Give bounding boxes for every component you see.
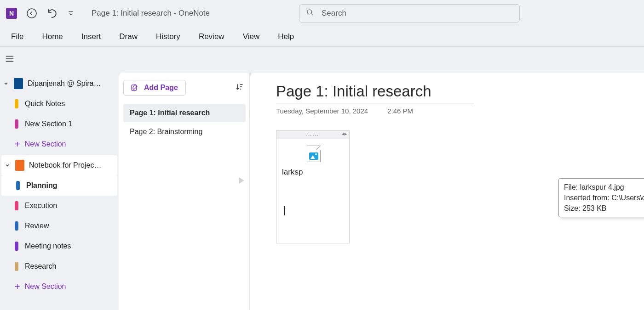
onenote-app-icon: N xyxy=(6,8,17,19)
section-color-tab xyxy=(15,99,18,108)
title-underline xyxy=(276,103,474,103)
add-page-icon xyxy=(130,84,138,92)
menu-view[interactable]: View xyxy=(243,32,260,41)
search-icon xyxy=(306,8,314,18)
title-page-name: Page 1: Initial research xyxy=(92,9,172,17)
attachment-filename: larksp xyxy=(282,168,342,177)
chevron-down-icon xyxy=(3,81,9,86)
section-color-tab xyxy=(15,119,18,129)
file-tooltip: File: larkspur 4.jpg Inserted from: C:\U… xyxy=(558,178,644,217)
content-area[interactable]: Page 1: Initial research Tuesday, Septem… xyxy=(250,73,644,310)
image-glyph-icon xyxy=(309,152,318,160)
title-bar: N Page 1: Initial research - OneNote xyxy=(0,0,644,27)
section-item[interactable]: Review xyxy=(0,216,119,236)
section-item[interactable]: Quick Notes xyxy=(0,94,119,114)
section-item[interactable]: Research xyxy=(0,256,119,276)
file-corner-fold xyxy=(316,146,321,150)
add-page-label: Add Page xyxy=(144,84,178,92)
notebook-item[interactable]: Notebook for Project A xyxy=(1,155,117,175)
plus-icon: + xyxy=(15,139,20,150)
section-name: Execution xyxy=(25,202,57,210)
file-attachment-icon[interactable] xyxy=(307,146,321,162)
notebook-icon xyxy=(14,78,23,89)
new-section-label: New Section xyxy=(25,282,66,291)
svg-point-0 xyxy=(27,9,36,18)
section-name: New Section 1 xyxy=(25,120,72,128)
notebook-name: Dipanjenah @ Spiral… xyxy=(28,79,101,88)
note-drag-handle[interactable]: ⋯⋯ ◂▸ xyxy=(276,131,349,139)
menu-history[interactable]: History xyxy=(156,32,180,41)
section-name: Research xyxy=(25,262,56,271)
section-color-tab xyxy=(15,201,18,210)
page-item[interactable]: Page 2: Brainstorming xyxy=(123,123,246,141)
main-layout: Dipanjenah @ Spiral… Quick Notes New Sec… xyxy=(0,73,644,310)
menu-insert[interactable]: Insert xyxy=(81,32,101,41)
text-cursor xyxy=(284,206,344,215)
hamburger-button[interactable] xyxy=(5,54,15,66)
new-section-button[interactable]: + New Section xyxy=(0,276,119,297)
add-page-row: Add Page xyxy=(123,80,246,96)
notebook-nav: Dipanjenah @ Spiral… Quick Notes New Sec… xyxy=(0,73,119,310)
back-button[interactable] xyxy=(26,8,37,19)
section-item[interactable]: Meeting notes xyxy=(0,236,119,256)
page-title[interactable]: Page 1: Initial research xyxy=(276,83,644,103)
title-separator: - xyxy=(172,9,178,17)
section-name: Planning xyxy=(26,181,58,190)
collapse-handle-icon[interactable] xyxy=(236,175,247,187)
tooltip-line-size: Size: 253 KB xyxy=(564,203,644,214)
plus-icon: + xyxy=(15,282,20,292)
section-color-tab xyxy=(15,221,18,231)
section-name: Quick Notes xyxy=(25,100,65,108)
page-date: Tuesday, September 10, 2024 xyxy=(276,107,368,115)
grip-dots-icon: ⋯⋯ xyxy=(306,132,320,138)
toolbar-row xyxy=(0,47,644,73)
notebook-name: Notebook for Project A xyxy=(29,161,103,169)
tooltip-line-path: Inserted from: C:\Users\dipan\OneDrive\D… xyxy=(564,192,644,203)
menu-review[interactable]: Review xyxy=(199,32,224,41)
section-color-tab xyxy=(15,262,18,271)
add-page-button[interactable]: Add Page xyxy=(123,80,186,96)
resize-arrows-icon[interactable]: ◂▸ xyxy=(342,131,347,137)
section-name: Meeting notes xyxy=(25,242,71,250)
window-title: Page 1: Initial research - OneNote xyxy=(92,9,210,18)
section-item-active[interactable]: Planning xyxy=(1,175,117,196)
page-datetime: Tuesday, September 10, 2024 2:46 PM xyxy=(276,107,644,115)
page-list-pane: Add Page Page 1: Initial research Page 2… xyxy=(119,73,250,310)
menu-home[interactable]: Home xyxy=(42,32,63,41)
new-section-button[interactable]: + New Section xyxy=(0,134,119,154)
menu-help[interactable]: Help xyxy=(278,32,294,41)
title-app-name: OneNote xyxy=(178,9,210,17)
note-container[interactable]: ⋯⋯ ◂▸ larksp xyxy=(276,130,350,243)
search-box[interactable] xyxy=(299,4,520,23)
section-item[interactable]: New Section 1 xyxy=(0,114,119,134)
menu-draw[interactable]: Draw xyxy=(119,32,138,41)
section-color-tab xyxy=(15,242,18,251)
notebook-item[interactable]: Dipanjenah @ Spiral… xyxy=(0,73,119,94)
search-input[interactable] xyxy=(322,9,513,18)
sort-pages-button[interactable] xyxy=(233,80,246,95)
section-item[interactable]: Execution xyxy=(0,196,119,216)
chevron-down-icon xyxy=(4,163,11,168)
section-name: Review xyxy=(25,222,49,230)
new-section-label: New Section xyxy=(25,140,66,148)
notebook-icon xyxy=(15,160,24,171)
menu-bar: File Home Insert Draw History Review Vie… xyxy=(0,27,644,47)
page-time: 2:46 PM xyxy=(387,107,413,115)
note-body[interactable]: larksp xyxy=(276,139,349,243)
menu-file[interactable]: File xyxy=(11,32,23,41)
tooltip-line-file: File: larkspur 4.jpg xyxy=(564,182,644,192)
svg-point-1 xyxy=(307,10,312,14)
section-color-tab xyxy=(16,181,20,190)
customize-toolbar-button[interactable] xyxy=(68,10,74,17)
undo-button[interactable] xyxy=(46,7,58,19)
page-item-active[interactable]: Page 1: Initial research xyxy=(123,104,246,122)
